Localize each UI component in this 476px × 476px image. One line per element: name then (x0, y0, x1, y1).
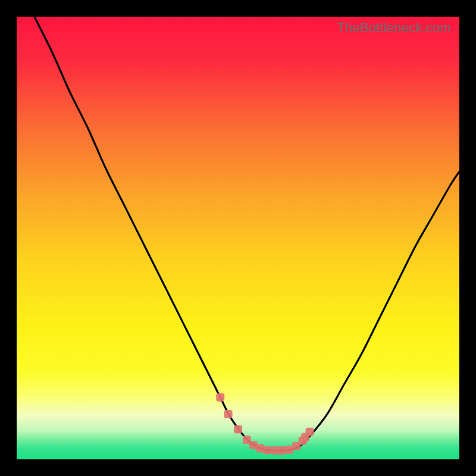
marker-point (224, 410, 233, 418)
plot-area: TheBottleneck.com (17, 17, 459, 459)
marker-point (306, 428, 314, 436)
marker-point (278, 446, 286, 455)
marker-point (216, 393, 224, 402)
marker-point (285, 446, 293, 454)
marker-point (263, 446, 271, 454)
marker-point (256, 444, 264, 452)
watermark-text: TheBottleneck.com (337, 20, 451, 36)
marker-point (271, 446, 279, 455)
marker-point (234, 425, 242, 433)
highlight-markers (216, 393, 314, 455)
chart-frame: TheBottleneck.com (0, 0, 476, 476)
bottleneck-curve-line (35, 17, 459, 450)
bottleneck-curve-svg (17, 17, 459, 459)
